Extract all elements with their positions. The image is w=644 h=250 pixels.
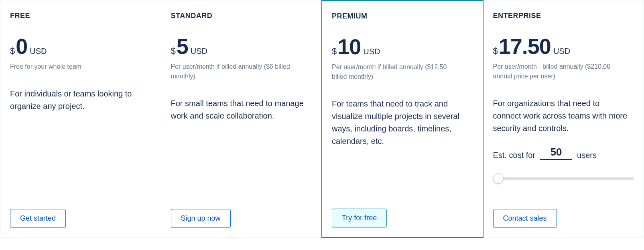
plan-card-free: FREE $ 0 USD Free for your whole team Fo… — [0, 0, 161, 238]
plan-name: STANDARD — [171, 12, 312, 20]
price-line: $ 10 USD — [332, 36, 473, 57]
plan-name: FREE — [10, 12, 151, 20]
price-unit: USD — [191, 47, 207, 56]
slider-track — [496, 177, 634, 180]
price-currency: $ — [493, 46, 498, 56]
try-for-free-button[interactable]: Try for free — [332, 209, 387, 227]
card-bottom: Get started — [10, 199, 151, 228]
price-amount: 0 — [16, 35, 27, 57]
card-bottom: Try for free — [332, 199, 473, 227]
plan-card-enterprise: ENTERPRISE $ 17.50 USD Per user/month - … — [484, 0, 644, 238]
get-started-button[interactable]: Get started — [10, 209, 66, 228]
price-currency: $ — [10, 46, 15, 56]
plan-name: PREMIUM — [332, 12, 473, 20]
sign-up-now-button[interactable]: Sign up now — [171, 209, 231, 228]
price-amount: 17.50 — [499, 35, 551, 57]
est-suffix: users — [577, 151, 597, 160]
slider-thumb[interactable] — [493, 173, 504, 184]
price-sub: Per user/month if billed annually ($6 bi… — [171, 62, 299, 81]
price-unit: USD — [30, 47, 47, 56]
price-currency: $ — [332, 46, 337, 57]
est-input-wrap — [540, 146, 572, 160]
est-line: Est. cost for users — [493, 146, 634, 160]
price-sub: Per user/month if billed annually ($12.5… — [332, 62, 460, 82]
price-unit: USD — [363, 47, 380, 56]
user-count-input[interactable] — [542, 146, 570, 158]
contact-sales-button[interactable]: Contact sales — [493, 209, 557, 228]
plan-card-standard: STANDARD $ 5 USD Per user/month if bille… — [161, 0, 322, 238]
price-line: $ 17.50 USD — [493, 35, 634, 57]
cost-estimator: Est. cost for users — [493, 146, 634, 183]
price-unit: USD — [553, 47, 570, 56]
price-currency: $ — [171, 46, 176, 56]
plan-desc: For individuals or teams looking to orga… — [10, 88, 146, 113]
price-line: $ 5 USD — [171, 35, 312, 57]
price-amount: 5 — [177, 35, 188, 57]
plan-desc: For small teams that need to manage work… — [171, 97, 307, 122]
plan-card-premium: PREMIUM $ 10 USD Per user/month if bille… — [321, 0, 484, 238]
plan-name: ENTERPRISE — [493, 12, 634, 20]
plan-desc: For teams that need to track and visuali… — [332, 98, 468, 148]
price-line: $ 0 USD — [10, 35, 151, 57]
plan-desc: For organizations that need to connect w… — [493, 97, 630, 135]
pricing-table: FREE $ 0 USD Free for your whole team Fo… — [0, 0, 644, 238]
user-count-slider[interactable] — [493, 174, 634, 183]
price-sub: Per user/month - billed annually ($210.0… — [493, 62, 622, 81]
card-bottom: Sign up now — [171, 199, 312, 228]
price-amount: 10 — [337, 36, 361, 57]
est-prefix: Est. cost for — [493, 151, 536, 160]
price-sub: Free for your whole team — [10, 62, 138, 72]
card-bottom: Contact sales — [493, 199, 634, 228]
